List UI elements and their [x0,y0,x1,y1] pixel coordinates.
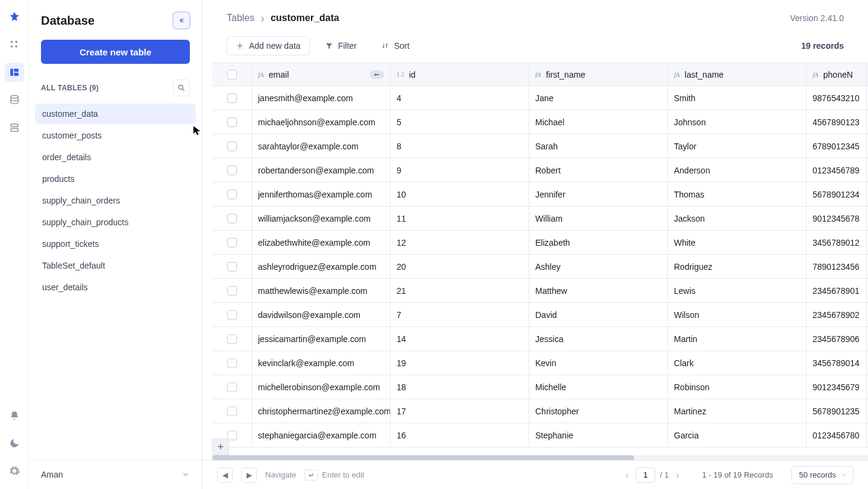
row-checkbox[interactable] [227,142,237,151]
apps-icon[interactable] [5,35,24,54]
cell-id[interactable]: 7 [391,303,529,326]
cell-firstname[interactable]: Ashley [529,255,668,278]
cell-lastname[interactable]: Martinez [668,399,807,423]
create-table-button[interactable]: Create new table [41,40,190,64]
cell-lastname[interactable]: Martin [668,327,807,350]
row-select-cell[interactable] [212,134,252,158]
cell-lastname[interactable]: Anderson [668,158,807,182]
settings-icon[interactable] [5,461,24,481]
table-row[interactable]: michellerobinson@example.com18MichelleRo… [212,375,868,399]
cell-firstname[interactable]: Matthew [529,279,668,302]
cell-lastname[interactable]: Jackson [668,207,807,230]
sidebar-table-item[interactable]: customer_posts [35,125,196,146]
row-select-cell[interactable] [212,207,252,230]
row-checkbox[interactable] [227,310,237,320]
cell-id[interactable]: 21 [391,279,529,302]
table-row[interactable]: sarahtaylor@example.com8SarahTaylor67890… [212,134,868,158]
cell-id[interactable]: 14 [391,327,529,350]
row-checkbox[interactable] [227,358,237,368]
cell-firstname[interactable]: Michael [529,110,668,134]
cell-phone[interactable]: 4567890123 [807,110,867,134]
table-row[interactable]: jenniferthomas@example.com10JenniferThom… [212,182,868,207]
cell-id[interactable]: 17 [391,399,529,423]
row-checkbox[interactable] [227,382,237,392]
cell-phone[interactable]: 5678901234 [807,182,867,206]
table-row[interactable]: christophermartinez@example.com17Christo… [212,399,868,423]
table-row[interactable]: elizabethwhite@example.com12ElizabethWhi… [212,231,868,255]
nav-prev-button[interactable]: ◀ [217,467,233,483]
database-icon[interactable] [5,90,24,110]
row-select-cell[interactable] [212,182,252,206]
cell-id[interactable]: 9 [391,158,529,182]
cell-lastname[interactable]: White [668,231,807,254]
page-prev-button[interactable]: ‹ [623,470,631,481]
cell-email[interactable]: michaeljohnson@example.com [252,110,391,134]
row-select-cell[interactable] [212,255,252,278]
cell-phone[interactable]: 7890123456 [807,255,867,278]
add-data-button[interactable]: Add new data [227,36,310,55]
cell-lastname[interactable]: Wilson [668,303,807,326]
app-logo-icon[interactable] [5,7,24,26]
select-all-cell[interactable] [212,63,252,86]
sidebar-table-item[interactable]: user_details [35,277,196,297]
cell-phone[interactable]: 0123456780 [807,423,867,447]
cell-firstname[interactable]: Elizabeth [529,231,668,254]
cell-firstname[interactable]: Sarah [529,134,668,158]
row-select-cell[interactable] [212,279,252,302]
row-checkbox[interactable] [227,214,237,223]
cell-email[interactable]: jenniferthomas@example.com [252,182,391,206]
cell-id[interactable]: 16 [391,423,529,447]
collapse-sidebar-button[interactable] [173,12,190,29]
sidebar-table-item[interactable]: order_details [35,147,196,167]
table-row[interactable]: robertanderson@example.com9RobertAnderso… [212,158,868,182]
cell-phone[interactable]: 3456789012 [807,231,867,254]
cell-email[interactable]: williamjackson@example.com [252,207,391,230]
cell-phone[interactable]: 2345678902 [807,303,867,326]
cell-id[interactable]: 11 [391,207,529,230]
cell-firstname[interactable]: William [529,207,668,230]
column-header-lastname[interactable]: fA last_name [668,63,807,86]
bell-icon[interactable] [5,406,24,425]
cell-phone[interactable]: 5678901235 [807,399,867,423]
row-checkbox[interactable] [227,238,237,248]
table-row[interactable]: matthewlewis@example.com21MatthewLewis23… [212,279,868,303]
cell-firstname[interactable]: David [529,303,668,326]
row-checkbox[interactable] [227,262,237,272]
row-checkbox[interactable] [227,406,237,416]
cell-phone[interactable]: 9012345679 [807,375,867,399]
cell-firstname[interactable]: Kevin [529,351,668,375]
table-row[interactable]: williamjackson@example.com11WilliamJacks… [212,207,868,231]
cell-id[interactable]: 12 [391,231,529,254]
horizontal-scrollbar-thumb[interactable] [212,455,634,460]
row-select-cell[interactable] [212,399,252,423]
table-row[interactable]: jessicamartin@example.com14JessicaMartin… [212,327,868,351]
page-size-select[interactable]: 50 records [791,466,854,484]
cell-lastname[interactable]: Thomas [668,182,807,206]
table-row[interactable]: janesmith@example.com4JaneSmith987654321… [212,86,868,110]
breadcrumb-root[interactable]: Tables [227,13,254,23]
cell-lastname[interactable]: Rodriguez [668,255,807,278]
cell-phone[interactable]: 3456789014 [807,351,867,375]
add-row-button[interactable]: + [212,438,229,455]
cell-email[interactable]: kevinclark@example.com [252,351,391,375]
row-checkbox[interactable] [227,334,237,344]
cell-lastname[interactable]: Lewis [668,279,807,302]
cell-phone[interactable]: 2345678906 [807,327,867,350]
sidebar-table-item[interactable]: supply_chain_orders [35,190,196,211]
cell-phone[interactable]: 2345678901 [807,279,867,302]
cell-firstname[interactable]: Jennifer [529,182,668,206]
theme-icon[interactable] [5,434,24,453]
cell-id[interactable]: 4 [391,86,529,110]
column-header-phone[interactable]: fA phoneN [807,63,867,86]
sort-button[interactable]: Sort [372,36,419,55]
tables-icon[interactable] [5,63,24,82]
page-next-button[interactable]: › [673,470,681,481]
cell-id[interactable]: 5 [391,110,529,134]
horizontal-scrollbar-track[interactable] [212,455,868,460]
cell-phone[interactable]: 0123456789 [807,158,867,182]
column-header-email[interactable]: fA email [252,63,391,86]
table-row[interactable]: kevinclark@example.com19KevinClark345678… [212,351,868,375]
cell-id[interactable]: 8 [391,134,529,158]
cell-id[interactable]: 10 [391,182,529,206]
row-checkbox[interactable] [227,190,237,199]
